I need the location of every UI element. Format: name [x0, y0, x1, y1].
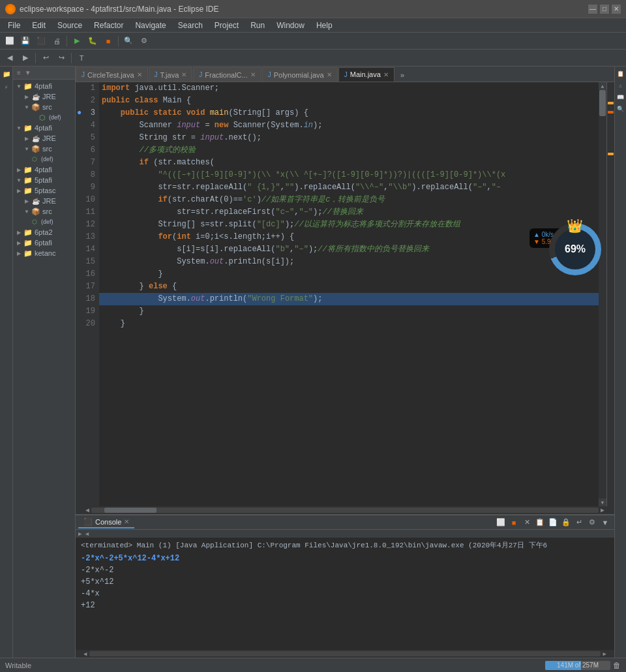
- code-editor[interactable]: 1 2 3 4 5 6 7 8 9 10 11 12 13 14 15 16 1: [76, 82, 614, 506]
- tree-item-5ptafi[interactable]: ▼ 📁 5ptafi: [14, 175, 74, 185]
- tree-item-4ptafi-1[interactable]: ▼ 📁 4ptafi: [14, 81, 74, 91]
- hierarchy-icon[interactable]: ⚡: [1, 82, 12, 93]
- close-button[interactable]: ✕: [612, 5, 621, 14]
- menu-project[interactable]: Project: [209, 20, 244, 31]
- debug-button[interactable]: 🐛: [85, 35, 100, 48]
- tab-close-button-5[interactable]: ✕: [383, 71, 389, 78]
- tab-close-button-3[interactable]: ✕: [250, 71, 256, 78]
- menu-run[interactable]: Run: [245, 20, 270, 31]
- tab-close-button-2[interactable]: ✕: [181, 71, 186, 78]
- tab-close-button[interactable]: ✕: [137, 71, 142, 78]
- console-scroll-track[interactable]: [89, 651, 600, 656]
- menu-refactor[interactable]: Refactor: [89, 20, 128, 31]
- search-button[interactable]: 🔍: [121, 35, 136, 48]
- tree-item-5ptasc[interactable]: ▶ 📁 5ptasc: [14, 185, 74, 196]
- open-type-button[interactable]: T: [74, 52, 89, 65]
- run-button[interactable]: ▶: [70, 35, 84, 48]
- print-button[interactable]: 🖨: [50, 35, 64, 48]
- sidebar-menu-button[interactable]: ▼: [23, 69, 33, 76]
- menu-help[interactable]: Help: [311, 20, 338, 31]
- collapse-all-button[interactable]: ≡: [16, 69, 22, 76]
- scroll-thumb[interactable]: [599, 90, 606, 116]
- garbage-collect-icon[interactable]: 🗑: [613, 661, 621, 670]
- console-scroll-right[interactable]: ▶: [603, 650, 606, 658]
- console-word-wrap-button[interactable]: ↵: [573, 517, 586, 528]
- line-num-6: 6: [76, 144, 99, 157]
- settings-button[interactable]: ⚙: [137, 35, 151, 48]
- tree-item-src-3[interactable]: ▼ 📦 src: [14, 206, 74, 217]
- menu-file[interactable]: File: [3, 20, 25, 31]
- code-line-1: import java.util.Scanner;: [99, 82, 599, 95]
- console-stop-button[interactable]: ■: [507, 517, 520, 528]
- code-text-area[interactable]: import java.util.Scanner; public class M…: [99, 82, 599, 506]
- scroll-down-button[interactable]: ▼: [599, 498, 606, 506]
- problems-icon[interactable]: ⚠: [616, 81, 625, 90]
- tree-item-jre-1[interactable]: ▶ ☕ JRE: [14, 91, 74, 102]
- tree-item-6ptafi[interactable]: ▶ 📁 6ptafi: [14, 237, 74, 248]
- console-paste-button[interactable]: 📄: [546, 517, 559, 528]
- package-icon-2: ⬡: [30, 155, 39, 164]
- tree-item-jre-3[interactable]: ▶ ☕ JRE: [14, 196, 74, 206]
- menu-search[interactable]: Search: [173, 20, 208, 31]
- save-button[interactable]: 💾: [18, 35, 33, 48]
- console-scroll-left[interactable]: ◀: [83, 650, 87, 658]
- h-scroll-track[interactable]: [91, 508, 599, 513]
- tab-t[interactable]: J T.java ✕: [149, 67, 193, 82]
- redo-button[interactable]: ↪: [54, 52, 68, 65]
- tab-fractional[interactable]: J FractionalC... ✕: [193, 67, 261, 82]
- toolbar-2: ◀ ▶ ↩ ↪ T: [0, 50, 626, 67]
- vertical-scrollbar[interactable]: ▲ ▼: [599, 82, 606, 506]
- console-settings-button[interactable]: ⚙: [586, 517, 599, 528]
- tree-item-default-3[interactable]: ⬡ (def): [14, 217, 74, 227]
- tab-close-button-4[interactable]: ✕: [327, 71, 332, 78]
- menu-window[interactable]: Window: [271, 20, 310, 31]
- horizontal-scrollbar[interactable]: ◀ ▶: [76, 506, 614, 514]
- console-clear-button[interactable]: ⬜: [494, 517, 507, 528]
- back-button[interactable]: ◀: [3, 52, 17, 65]
- tree-item-jre-2[interactable]: ▶ ☕ JRE: [14, 133, 74, 144]
- console-remove-button[interactable]: ✕: [520, 517, 533, 528]
- tree-item-src-2[interactable]: ▼ 📦 src: [14, 144, 74, 154]
- tab-polynomial[interactable]: J Polynomial.java ✕: [262, 67, 338, 82]
- scroll-track[interactable]: [599, 90, 606, 498]
- tree-item-4ptafi-2[interactable]: ▼ 📁 4ptafi: [14, 123, 74, 133]
- new-button[interactable]: ⬜: [3, 35, 17, 48]
- console-close-button[interactable]: ✕: [124, 518, 129, 525]
- console-scroll-lock-button[interactable]: 🔒: [559, 517, 573, 528]
- undo-button[interactable]: ↩: [38, 52, 53, 65]
- menu-source[interactable]: Source: [52, 20, 87, 31]
- maximize-button[interactable]: □: [600, 5, 609, 14]
- tree-item-ketanc[interactable]: ▶ 📁 ketanc: [14, 248, 74, 258]
- forward-button[interactable]: ▶: [18, 52, 33, 65]
- more-tabs-button[interactable]: »: [396, 70, 409, 82]
- console-menu-button[interactable]: ▼: [599, 517, 612, 528]
- stop-button[interactable]: ■: [101, 35, 115, 48]
- tree-item-src-1[interactable]: ▼ 📦 src: [14, 102, 74, 112]
- package-explorer-tree: ▼ 📁 4ptafi ▶ ☕ JRE ▼ 📦 src ⬡ (def) ▼: [13, 80, 75, 658]
- javadoc-icon[interactable]: 📖: [616, 93, 625, 102]
- h-scroll-thumb[interactable]: [104, 508, 156, 513]
- h-scroll-left[interactable]: ◀: [83, 506, 91, 514]
- tab-circletest[interactable]: J CircleTest.java ✕: [76, 67, 148, 82]
- minimize-button[interactable]: —: [588, 5, 597, 14]
- declaration-icon[interactable]: 🔍: [616, 104, 625, 114]
- package-explorer-icon[interactable]: 📁: [1, 69, 12, 80]
- console-copy-button[interactable]: 📋: [533, 517, 546, 528]
- tree-item-default-2[interactable]: ⬡ (def): [14, 154, 74, 164]
- expand-arrow: ▶: [23, 93, 30, 100]
- h-scroll-right[interactable]: ▶: [599, 506, 606, 514]
- tab-main[interactable]: J Main.java ✕: [338, 67, 395, 82]
- line-num-10: 10: [76, 194, 99, 206]
- expand-arrow: ▼: [23, 145, 30, 152]
- tree-item-default-1[interactable]: ⬡ (def): [14, 112, 74, 123]
- scroll-up-button[interactable]: ▲: [599, 82, 606, 90]
- tree-item-6pta2[interactable]: ▶ 📁 6pta2: [14, 227, 74, 237]
- console-h-scrollbar[interactable]: ◀ ▶: [76, 650, 614, 658]
- memory-indicator[interactable]: 141M of 257M 🗑: [545, 661, 621, 670]
- save-all-button[interactable]: ⬛: [34, 35, 48, 48]
- menu-edit[interactable]: Edit: [27, 20, 51, 31]
- tasks-icon[interactable]: 📋: [616, 69, 625, 78]
- menu-navigate[interactable]: Navigate: [130, 20, 171, 31]
- tree-item-4ptafi-3[interactable]: ▶ 📁 4ptafi: [14, 164, 74, 175]
- console-tab[interactable]: ⬛ Console ✕: [78, 516, 134, 528]
